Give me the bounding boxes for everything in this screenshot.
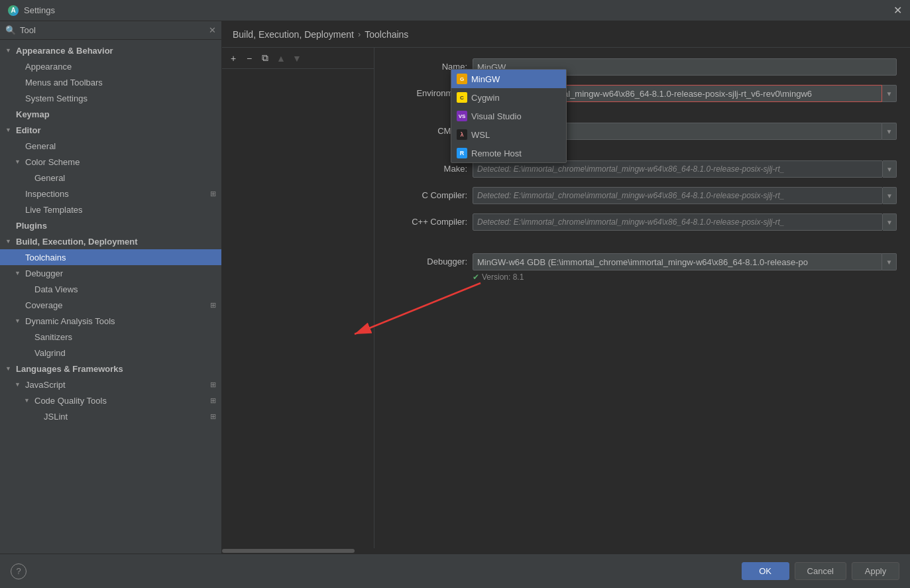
- sidebar-item-label: Toolchains: [25, 253, 216, 263]
- apply-button[interactable]: Apply: [852, 562, 899, 580]
- remove-toolchain-button[interactable]: −: [242, 51, 256, 66]
- cpp-compiler-field-row: C++ Compiler: ▼: [388, 213, 897, 231]
- c-compiler-dropdown-arrow[interactable]: ▼: [883, 187, 897, 204]
- cpp-compiler-input[interactable]: [473, 213, 883, 231]
- cpp-compiler-combo: ▼: [473, 213, 897, 231]
- window-title: Settings: [24, 5, 55, 15]
- sidebar-item-appearance[interactable]: Appearance: [0, 58, 221, 74]
- bottom-bar: ? OK Cancel Apply: [0, 554, 910, 588]
- sidebar-item-appearance-behavior[interactable]: ▼ Appearance & Behavior: [0, 42, 221, 58]
- sidebar-item-valgrind[interactable]: Valgrind: [0, 345, 221, 361]
- sidebar-item-color-scheme-general[interactable]: General: [0, 170, 221, 186]
- wsl-icon: λ: [457, 129, 467, 140]
- debugger-value-wrap: ▼ ✔ Version: 8.1: [473, 253, 897, 282]
- dropdown-item-wsl[interactable]: λ WSL: [451, 125, 566, 144]
- environment-dropdown-arrow[interactable]: ▼: [882, 85, 897, 102]
- sidebar-item-sanitizers[interactable]: Sanitizers: [0, 329, 221, 345]
- breadcrumb-current: Toolchains: [365, 29, 408, 40]
- tc-toolbar: + − ⧉ ▲ ▼: [222, 48, 374, 69]
- scrollbar-thumb[interactable]: [222, 549, 355, 553]
- debugger-input[interactable]: [473, 253, 882, 270]
- sidebar-item-keymap[interactable]: Keymap: [0, 106, 221, 122]
- ok-button[interactable]: OK: [742, 562, 789, 580]
- sidebar-item-coverage[interactable]: Coverage ⊞: [0, 297, 221, 313]
- move-up-button[interactable]: ▲: [274, 51, 288, 66]
- cpp-compiler-label: C++ Compiler:: [388, 213, 467, 227]
- search-clear-icon[interactable]: ✕: [209, 25, 216, 35]
- copy-toolchain-button[interactable]: ⧉: [258, 51, 272, 66]
- dropdown-item-mingw[interactable]: G MinGW: [451, 70, 566, 88]
- arrow-icon: ▼: [5, 127, 15, 133]
- c-compiler-value-wrap: ▼: [473, 187, 897, 204]
- sidebar-item-general[interactable]: General: [0, 138, 221, 154]
- sidebar-item-javascript[interactable]: ▼ JavaScript ⊞: [0, 377, 221, 392]
- search-input[interactable]: [20, 25, 205, 35]
- sidebar-item-inspections[interactable]: Inspections ⊞: [0, 186, 221, 202]
- sidebar-item-plugins[interactable]: Plugins: [0, 217, 221, 233]
- sidebar-item-label: JSLint: [44, 412, 210, 422]
- arrow-icon: ▼: [15, 318, 24, 324]
- sidebar-item-label: JavaScript: [25, 380, 210, 390]
- breadcrumb-parent: Build, Execution, Deployment: [233, 29, 354, 40]
- sidebar-item-label: Editor: [16, 125, 216, 135]
- sidebar-item-label: Code Quality Tools: [34, 396, 210, 406]
- title-bar-left: A Settings: [8, 5, 55, 16]
- c-compiler-input[interactable]: [473, 187, 883, 204]
- sidebar-item-system-settings[interactable]: System Settings: [0, 90, 221, 106]
- search-box: 🔍 ✕: [0, 21, 221, 40]
- sidebar-item-debugger[interactable]: ▼ Debugger: [0, 265, 221, 281]
- move-down-button[interactable]: ▼: [290, 51, 304, 66]
- c-compiler-combo: ▼: [473, 187, 897, 204]
- arrow-icon: ▼: [24, 397, 33, 404]
- cpp-compiler-dropdown-arrow[interactable]: ▼: [883, 213, 897, 231]
- sidebar-item-label: Color Scheme: [25, 157, 216, 167]
- sidebar-item-editor[interactable]: ▼ Editor: [0, 122, 221, 138]
- sidebar-item-dynamic-analysis[interactable]: ▼ Dynamic Analysis Tools: [0, 313, 221, 329]
- arrow-icon: ▼: [15, 158, 24, 165]
- item-badge: ⊞: [210, 381, 216, 389]
- sidebar-item-label: Dynamic Analysis Tools: [25, 316, 216, 326]
- breadcrumb-separator: ›: [358, 29, 361, 39]
- arrow-icon: ▼: [15, 270, 24, 276]
- vs-icon: VS: [457, 111, 467, 121]
- toolchains-panel: + − ⧉ ▲ ▼ G MinGW C Cygwin: [222, 48, 374, 548]
- sidebar-item-label: Sanitizers: [34, 332, 216, 342]
- app-icon: A: [8, 5, 19, 16]
- main-layout: 🔍 ✕ ▼ Appearance & Behavior Appearance M…: [0, 21, 910, 554]
- dropdown-item-cygwin[interactable]: C Cygwin: [451, 88, 566, 107]
- dropdown-item-remote-host[interactable]: R Remote Host: [451, 144, 566, 162]
- sidebar-item-menus-toolbars[interactable]: Menus and Toolbars: [0, 74, 221, 90]
- sidebar-item-label: General: [34, 173, 216, 183]
- sidebar-item-label: Menus and Toolbars: [25, 78, 216, 88]
- content-area: Build, Execution, Deployment › Toolchain…: [222, 21, 910, 554]
- help-button[interactable]: ?: [11, 563, 27, 579]
- bottom-right: OK Cancel Apply: [742, 562, 899, 580]
- cmake-dropdown-arrow[interactable]: ▼: [882, 123, 897, 140]
- sidebar-item-languages-frameworks[interactable]: ▼ Languages & Frameworks: [0, 361, 221, 377]
- cpp-compiler-value-wrap: ▼: [473, 213, 897, 231]
- dropdown-item-label: Cygwin: [471, 93, 500, 103]
- item-badge: ⊞: [210, 190, 216, 198]
- sidebar-item-data-views[interactable]: Data Views: [0, 281, 221, 297]
- spacer: [388, 240, 897, 253]
- dropdown-item-visual-studio[interactable]: VS Visual Studio: [451, 107, 566, 125]
- sidebar-item-code-quality-tools[interactable]: ▼ Code Quality Tools ⊞: [0, 392, 221, 408]
- close-button[interactable]: ✕: [893, 4, 902, 17]
- toolchains-dropdown: G MinGW C Cygwin VS Visual Studio λ WSL: [451, 69, 567, 163]
- debugger-version: ✔ Version: 8.1: [473, 272, 897, 282]
- horizontal-scrollbar[interactable]: [222, 548, 910, 554]
- debugger-field-row: Debugger: ▼ ✔ Version: 8.1: [388, 253, 897, 282]
- arrow-icon: ▼: [15, 381, 24, 388]
- add-toolchain-button[interactable]: +: [226, 51, 241, 66]
- debugger-dropdown-arrow[interactable]: ▼: [882, 253, 897, 270]
- sidebar-item-label: Keymap: [16, 109, 216, 119]
- sidebar-item-live-templates[interactable]: Live Templates: [0, 202, 221, 217]
- sidebar-item-color-scheme[interactable]: ▼ Color Scheme: [0, 154, 221, 170]
- sidebar-item-build-execution[interactable]: ▼ Build, Execution, Deployment: [0, 233, 221, 249]
- sidebar: 🔍 ✕ ▼ Appearance & Behavior Appearance M…: [0, 21, 222, 554]
- bottom-left: ?: [11, 563, 27, 579]
- sidebar-item-jslint[interactable]: JSLint ⊞: [0, 408, 221, 424]
- sidebar-item-toolchains[interactable]: Toolchains: [0, 249, 221, 265]
- make-dropdown-arrow[interactable]: ▼: [883, 160, 897, 178]
- cancel-button[interactable]: Cancel: [795, 562, 846, 580]
